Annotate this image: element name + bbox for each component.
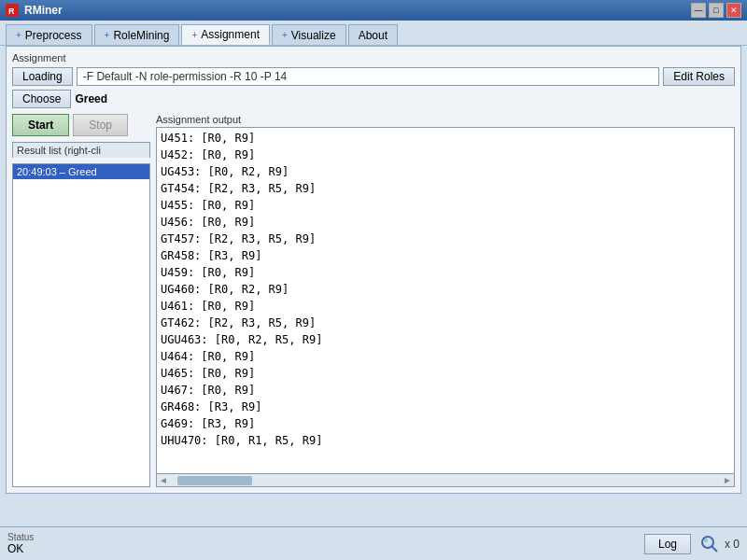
output-line: U452: [R0, R9]: [161, 147, 730, 163]
output-line: U459: [R0, R9]: [161, 264, 730, 281]
output-line: U464: [R0, R9]: [161, 348, 730, 365]
output-line: UG460: [R0, R2, R9]: [161, 281, 730, 298]
tab-about[interactable]: About: [348, 24, 398, 45]
status-section: Status OK: [7, 532, 34, 555]
output-line: U451: [R0, R9]: [161, 130, 730, 147]
tab-visualize-icon: +: [282, 30, 288, 40]
bottom-section: Start Stop Result list (right-cli 20:49:…: [12, 114, 735, 487]
tab-rolemining-icon: +: [105, 30, 110, 40]
scroll-thumb[interactable]: [177, 476, 252, 485]
edit-roles-button[interactable]: Edit Roles: [663, 67, 735, 86]
stop-button[interactable]: Stop: [73, 114, 128, 136]
status-right: Log x 0: [644, 533, 740, 555]
output-line: GR458: [R3, R9]: [161, 247, 730, 264]
result-list[interactable]: 20:49:03 – Greed: [12, 163, 150, 487]
result-list-label: Result list (right-cli: [12, 142, 150, 158]
output-line: UG453: [R0, R2, R9]: [161, 163, 730, 180]
command-text: -F Default -N role-permission -R 10 -P 1…: [77, 67, 660, 86]
tab-rolemining[interactable]: + RoleMining: [94, 24, 180, 45]
output-line: U461: [R0, R9]: [161, 298, 730, 315]
output-line: GT457: [R2, R3, R5, R9]: [161, 231, 730, 247]
tab-assignment-icon: +: [191, 30, 197, 40]
tab-assignment[interactable]: + Assignment: [181, 24, 270, 45]
choose-bar: Choose Greed: [12, 90, 735, 108]
close-button[interactable]: ✕: [726, 3, 741, 18]
tab-preprocess-label: Preprocess: [25, 29, 82, 42]
status-value: OK: [7, 542, 34, 555]
svg-text:R: R: [8, 7, 15, 16]
tab-about-label: About: [359, 29, 388, 42]
output-line: U455: [R0, R9]: [161, 197, 730, 214]
output-label: Assignment output: [156, 114, 735, 125]
output-line: UHU470: [R0, R1, R5, R9]: [161, 432, 730, 449]
status-bar: Status OK Log x 0: [0, 526, 747, 560]
output-line: U465: [R0, R9]: [161, 365, 730, 382]
list-item[interactable]: 20:49:03 – Greed: [13, 164, 149, 179]
window-title: RMiner: [24, 4, 63, 17]
search-icon: [698, 533, 721, 555]
status-title: Status: [7, 532, 34, 542]
search-icon-area: x 0: [698, 533, 740, 555]
svg-line-3: [712, 546, 717, 552]
command-bar: Loading -F Default -N role-permission -R…: [12, 67, 735, 86]
app-icon: R: [6, 4, 19, 17]
loading-button[interactable]: Loading: [12, 67, 73, 86]
output-line: GT454: [R2, R3, R5, R9]: [161, 180, 730, 197]
title-bar-left: R RMiner: [6, 4, 63, 17]
output-line: UGU463: [R0, R2, R5, R9]: [161, 331, 730, 348]
tab-assignment-label: Assignment: [201, 28, 260, 41]
tab-rolemining-label: RoleMining: [113, 29, 169, 42]
tab-preprocess-icon: +: [16, 30, 21, 40]
tab-bar: + Preprocess + RoleMining + Assignment +…: [0, 21, 747, 46]
window-controls: — □ ✕: [691, 3, 741, 18]
output-line: G469: [R3, R9]: [161, 415, 730, 432]
choose-button[interactable]: Choose: [12, 90, 71, 108]
output-line: U456: [R0, R9]: [161, 214, 730, 231]
output-line: GT462: [R2, R3, R5, R9]: [161, 315, 730, 331]
output-line: U467: [R0, R9]: [161, 382, 730, 399]
horizontal-scrollbar[interactable]: ◄ ►: [156, 474, 735, 487]
assignment-section-label: Assignment: [12, 52, 735, 63]
maximize-button[interactable]: □: [709, 3, 724, 18]
choose-value: Greed: [75, 92, 107, 105]
left-panel: Start Stop Result list (right-cli 20:49:…: [12, 114, 150, 487]
x-count: x 0: [725, 538, 740, 551]
right-panel: Assignment output U451: [R0, R9]U452: [R…: [156, 114, 735, 487]
tab-visualize[interactable]: + Visualize: [272, 24, 346, 45]
tab-preprocess[interactable]: + Preprocess: [6, 24, 92, 45]
log-button[interactable]: Log: [644, 534, 691, 554]
control-buttons: Start Stop: [12, 114, 150, 136]
output-line: GR468: [R3, R9]: [161, 399, 730, 415]
svg-point-2: [702, 537, 713, 548]
start-button[interactable]: Start: [12, 114, 69, 136]
output-area[interactable]: U451: [R0, R9]U452: [R0, R9]UG453: [R0, …: [156, 127, 735, 474]
title-bar: R RMiner — □ ✕: [0, 0, 747, 21]
svg-point-4: [704, 539, 708, 542]
minimize-button[interactable]: —: [691, 3, 706, 18]
tab-visualize-label: Visualize: [291, 29, 336, 42]
main-content: Assignment Loading -F Default -N role-pe…: [6, 46, 741, 494]
